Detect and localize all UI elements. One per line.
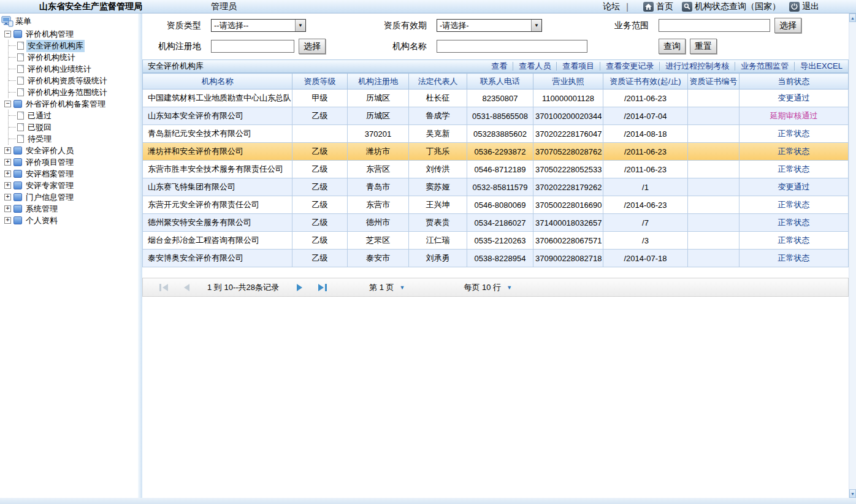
sidebar-leaf-label[interactable]: 安全评价机构库 — [26, 40, 85, 52]
sidebar-leaf[interactable]: 评价机构资质等级统计 — [9, 75, 138, 86]
reg-place-select-button[interactable]: 选择 — [299, 39, 326, 54]
sidebar-leaf-label[interactable]: 评价机构统计 — [26, 52, 77, 64]
sidebar-node-label[interactable]: 安评档案管理 — [25, 168, 75, 180]
page-size-select[interactable]: 每页 10 行 ▼ — [464, 282, 512, 293]
column-header[interactable]: 当前状态 — [739, 74, 849, 90]
reset-button[interactable]: 重置 — [690, 39, 717, 54]
home-link[interactable]: 首页 — [643, 1, 673, 12]
sidebar-splitter[interactable] — [138, 13, 142, 498]
table-row[interactable]: 中国建筑材料工业地质勘查中心山东总队甲级历城区杜长征82350807110000… — [143, 90, 849, 107]
sidebar-leaf-label[interactable]: 评价机构业务范围统计 — [26, 86, 109, 99]
qual-validity-select[interactable]: -请选择- ▼ — [437, 19, 542, 32]
sidebar-node[interactable]: +系统管理 — [0, 203, 138, 215]
org-name-input[interactable] — [437, 40, 587, 53]
toolbar-button[interactable]: 导出EXCEL — [795, 59, 848, 73]
prev-page-button[interactable] — [184, 284, 189, 291]
table-row[interactable]: 东营市胜丰安全技术服务有限责任公司乙级东营区刘传洪0546-8712189370… — [143, 161, 849, 178]
first-page-button[interactable] — [159, 284, 168, 291]
sidebar-node-label[interactable]: 安全评价人员 — [25, 145, 75, 157]
scroll-up-icon[interactable]: ▲ — [849, 13, 856, 22]
chevron-down-icon[interactable]: ▼ — [295, 20, 305, 31]
page-select[interactable]: 第 1 页 ▼ — [369, 282, 405, 293]
sidebar-leaf-label[interactable]: 评价机构资质等级统计 — [26, 75, 109, 87]
reg-place-input[interactable] — [211, 40, 294, 53]
toolbar-button[interactable]: 查看项目 — [557, 59, 600, 73]
table-row[interactable]: 青岛新纪元安全技术有限公司370201吴克新053283885602370202… — [143, 125, 849, 143]
column-header[interactable]: 资质证书有效(起/止) — [603, 74, 688, 90]
expand-icon[interactable]: + — [4, 147, 11, 154]
sidebar-node[interactable]: +门户信息管理 — [0, 191, 138, 203]
sidebar-leaf[interactable]: 评价机构业绩统计 — [9, 63, 138, 75]
table-cell: 乙级 — [292, 214, 348, 232]
query-button[interactable]: 查询 — [659, 39, 686, 54]
toolbar-button[interactable]: 查看变更记录 — [600, 59, 659, 73]
table-row[interactable]: 烟台金邦冶金工程咨询有限公司乙级芝罘区江仁瑞0535-2120263370600… — [143, 232, 849, 250]
table-row[interactable]: 山东赛飞特集团有限公司乙级青岛市窦苏娅0532-8581157937020222… — [143, 178, 849, 196]
last-page-button[interactable] — [318, 284, 327, 291]
org-status-query-label[interactable]: 机构状态查询（国家） — [695, 1, 781, 12]
sidebar-node[interactable]: +安评档案管理 — [0, 168, 138, 180]
column-header[interactable]: 资质证书编号 — [688, 74, 739, 90]
table-row[interactable]: 德州聚安特安全服务有限公司乙级德州市贾表贵0534-21860273714000… — [143, 214, 849, 232]
business-scope-select-button[interactable]: 选择 — [774, 18, 801, 33]
column-header[interactable]: 法定代表人 — [409, 74, 467, 90]
vertical-scrollbar[interactable]: ▲ ▼ — [849, 13, 856, 498]
sidebar-node-label[interactable]: 评价机构管理 — [25, 28, 75, 40]
sidebar-node-label[interactable]: 安评专家管理 — [25, 180, 75, 192]
sidebar-node[interactable]: −外省评价机构备案管理 — [0, 98, 138, 110]
sidebar-node-label[interactable]: 评价项目管理 — [25, 156, 75, 169]
column-header[interactable]: 机构注册地 — [348, 74, 409, 90]
table-row[interactable]: 山东知本安全评价有限公司乙级历城区鲁成学0531-885655083701002… — [143, 107, 849, 125]
table-row[interactable]: 潍坊祥和安全评价有限公司乙级潍坊市丁兆乐0536-229387237070522… — [143, 143, 849, 161]
logout-label[interactable]: 退出 — [802, 1, 819, 12]
expand-icon[interactable]: + — [4, 217, 11, 224]
org-status-query-link[interactable]: 机构状态查询（国家） — [682, 1, 781, 12]
sidebar-node[interactable]: +安评专家管理 — [0, 180, 138, 191]
scroll-down-icon[interactable]: ▼ — [849, 489, 856, 498]
sidebar-leaf[interactable]: 已驳回 — [9, 121, 138, 133]
expand-icon[interactable]: + — [4, 182, 11, 189]
sidebar-node[interactable]: +个人资料 — [0, 215, 138, 226]
sidebar-node[interactable]: +评价项目管理 — [0, 156, 138, 168]
chevron-down-icon[interactable]: ▼ — [531, 20, 541, 31]
forum-link[interactable]: 论坛 — [603, 1, 620, 12]
expand-icon[interactable]: + — [4, 205, 11, 212]
toolbar-button[interactable]: 查看 — [486, 59, 513, 73]
next-page-button[interactable] — [297, 284, 302, 291]
expand-icon[interactable]: + — [4, 170, 11, 177]
sidebar-leaf-label[interactable]: 待受理 — [26, 133, 53, 145]
toolbar-button[interactable]: 业务范围监管 — [735, 59, 794, 73]
sidebar-leaf-label[interactable]: 评价机构业绩统计 — [26, 63, 93, 75]
toolbar-button[interactable]: 进行过程控制考核 — [660, 59, 735, 73]
business-scope-input[interactable] — [659, 19, 770, 32]
sidebar-leaf[interactable]: 已通过 — [9, 110, 138, 121]
table-cell: 潍坊市 — [348, 143, 409, 161]
qual-type-select[interactable]: --请选择-- ▼ — [211, 19, 306, 32]
sidebar-leaf-label[interactable]: 已通过 — [26, 110, 53, 122]
sidebar-node[interactable]: −评价机构管理 — [0, 28, 138, 40]
sidebar-leaf[interactable]: 安全评价机构库 — [9, 40, 138, 52]
column-header[interactable]: 营业执照 — [533, 74, 603, 90]
expand-icon[interactable]: + — [4, 159, 11, 166]
table-row[interactable]: 东营开元安全评价有限责任公司乙级东营市王兴坤0546-8080069370500… — [143, 196, 849, 214]
sidebar-leaf[interactable]: 待受理 — [9, 133, 138, 145]
sidebar-node-label[interactable]: 个人资料 — [25, 215, 59, 227]
collapse-icon[interactable]: − — [4, 31, 11, 37]
sidebar-node-label[interactable]: 系统管理 — [25, 203, 59, 215]
logout-link[interactable]: 退出 — [789, 1, 819, 12]
sidebar-node-label[interactable]: 外省评价机构备案管理 — [25, 98, 107, 110]
column-header[interactable]: 资质等级 — [292, 74, 348, 90]
expand-icon[interactable]: + — [4, 194, 11, 200]
collapse-icon[interactable]: − — [4, 101, 11, 107]
sidebar-leaf[interactable]: 评价机构统计 — [9, 52, 138, 63]
table-row[interactable]: 泰安博奥安全评价有限公司乙级泰安市刘承勇0538-822895437090022… — [143, 250, 849, 267]
toolbar-button[interactable]: 查看人员 — [513, 59, 556, 73]
home-link-label[interactable]: 首页 — [656, 1, 673, 12]
sidebar-node[interactable]: +安全评价人员 — [0, 145, 138, 156]
column-header[interactable]: 联系人电话 — [467, 74, 533, 90]
column-header[interactable]: 机构名称 — [143, 74, 292, 90]
sidebar-node-label[interactable]: 门户信息管理 — [25, 191, 75, 204]
sidebar-leaf-label[interactable]: 已驳回 — [26, 121, 53, 134]
table-cell: 370202228176047 — [533, 125, 603, 143]
sidebar-leaf[interactable]: 评价机构业务范围统计 — [9, 86, 138, 98]
